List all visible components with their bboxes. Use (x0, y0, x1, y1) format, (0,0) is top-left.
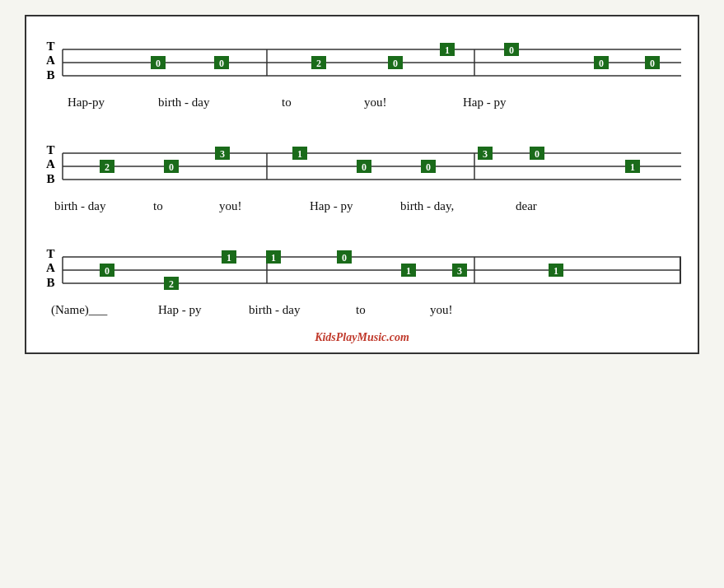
fret-text: 0 (509, 44, 514, 56)
lyric-word: birth - day (54, 199, 153, 213)
tab-row-2: T A B 2 0 3 1 (43, 135, 681, 217)
fret-text: 0 (219, 58, 224, 69)
lyric-word: you! (430, 303, 496, 317)
tab-row-1: T A B 0 0 (43, 31, 681, 114)
fret-text: 0 (599, 58, 604, 69)
lyric-word: birth - day (249, 303, 356, 317)
staff-lines-2: 2 0 3 1 0 0 3 0 1 (43, 135, 681, 194)
lyric-word: (Name)___ (51, 303, 158, 317)
tab-label-2: T A B (46, 143, 55, 186)
lyric-word: dear (516, 199, 582, 213)
fret-text: 3 (483, 148, 488, 160)
tab-label-1: T A B (46, 40, 55, 82)
lyric-word: to (153, 199, 219, 213)
fret-text: 0 (426, 161, 431, 173)
fret-text: 0 (535, 148, 539, 160)
fret-text: 0 (156, 58, 161, 69)
lyric-word: Hap-py (68, 96, 158, 110)
staff-lines-3: 0 2 1 1 0 1 3 1 (43, 239, 681, 298)
fret-text: 1 (630, 161, 635, 173)
lyric-word: Hap - py (310, 199, 400, 213)
lyric-word: you! (364, 96, 463, 110)
fret-text: 1 (271, 252, 276, 264)
fret-text: 1 (554, 265, 558, 277)
lyric-word: Hap - py (158, 303, 249, 317)
tab-row-3: T A B 0 2 1 (43, 239, 681, 321)
fret-text: 1 (445, 44, 450, 56)
fret-text: 0 (393, 58, 398, 69)
tab-label-3: T A B (46, 247, 55, 290)
fret-text: 1 (297, 148, 302, 160)
fret-text: 2 (105, 161, 110, 173)
fret-text: 0 (342, 252, 347, 264)
lyric-word: birth - day, (400, 199, 516, 213)
fret-text: 1 (227, 252, 231, 264)
site-credit: KidsPlayMusic.com (43, 329, 681, 344)
lyric-word: you! (219, 199, 310, 213)
lyrics-row-3: (Name)___ Hap - py birth - day to you! (43, 298, 681, 321)
fret-text: 3 (220, 148, 225, 160)
lyric-word: birth - day (158, 96, 282, 110)
fret-text: 0 (105, 265, 110, 277)
fret-text: 0 (169, 161, 174, 173)
lyric-word: to (282, 96, 364, 110)
fret-text: 2 (169, 278, 174, 290)
lyrics-row-2: birth - day to you! Hap - py birth - day… (43, 194, 681, 217)
lyric-word: to (356, 303, 430, 317)
fret-text: 2 (316, 58, 321, 69)
lyric-word: Hap - py (463, 96, 562, 110)
fret-text: 0 (650, 58, 655, 69)
lyrics-row-1: Hap-py birth - day to you! Hap - py (43, 91, 681, 114)
staff-lines-1: 0 0 2 0 1 0 0 0 (43, 31, 681, 91)
fret-text: 1 (406, 265, 411, 277)
fret-text: 0 (362, 161, 367, 173)
fret-text: 3 (457, 265, 462, 277)
